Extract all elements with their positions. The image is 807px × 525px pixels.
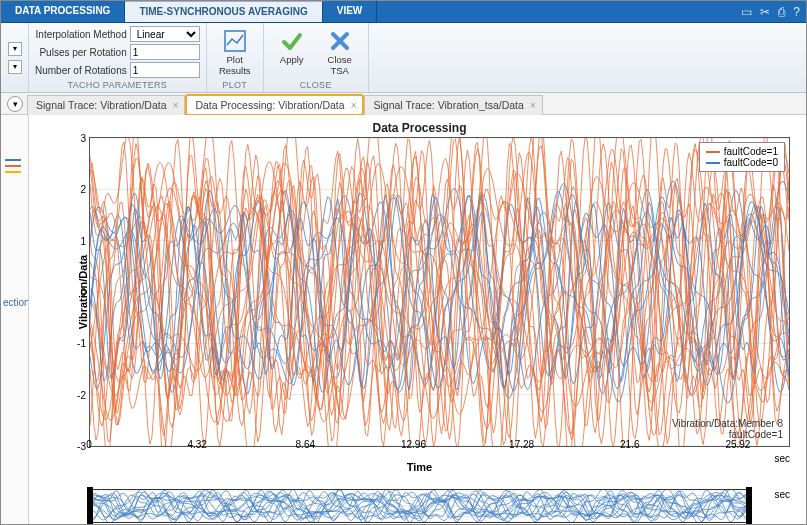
tacho-group-label: TACHO PARAMETERS [35,79,200,92]
plot-results-icon [223,29,247,53]
apply-button[interactable]: Apply [270,26,314,68]
legend-swatch-icon [706,151,720,153]
document-tabs: ▾ Signal Trace: Vibration/Data× Data Pro… [1,93,806,115]
quick-access: ▾ ▾ [1,23,29,92]
chart-lines [90,138,789,446]
plot-panel: Data Processing Vibration/Data -3-2-1012… [37,117,802,522]
quick-dropdown-2[interactable]: ▾ [8,60,22,74]
doctab-signal-trace-vibration-tsa[interactable]: Signal Trace: Vibration_tsa/Data× [364,95,542,115]
show-tabs-button[interactable]: ▾ [7,96,23,112]
main-area: ection Data Processing Vibration/Data -3… [1,115,806,524]
plot-group: Plot Results PLOT [207,23,264,92]
interp-method-label: Interpolation Method [35,29,127,40]
legend-item: faultCode=0 [724,157,778,168]
collapse-icon[interactable]: ▭ [741,5,752,19]
close-label: Close TSA [328,54,352,76]
rotations-label: Number of Rotations [35,65,127,76]
print-icon[interactable]: ⎙ [778,5,785,19]
close-group: Apply Close TSA CLOSE [264,23,369,92]
legend[interactable]: faultCode=1 faultCode=0 [699,142,785,172]
close-group-label: CLOSE [270,79,362,92]
window-buttons: ▭ ✂ ⎙ ? [741,1,806,22]
check-icon [280,29,304,53]
tab-close-icon[interactable]: × [530,100,536,111]
x-ticks: 04.328.6412.9617.2821.625.92 [89,439,790,453]
quick-dropdown-1[interactable]: ▾ [8,42,22,56]
chart-axes[interactable]: Vibration/Data -3-2-10123 faultCode=1 fa… [89,137,790,447]
y-ticks: -3-2-10123 [64,138,88,446]
doctab-label: Signal Trace: Vibration/Data [36,99,167,111]
cut-icon[interactable]: ✂ [760,5,770,19]
ribbon-tab-view[interactable]: VIEW [323,1,378,22]
tacho-parameters-group: Interpolation Method Linear Pulses per R… [29,23,207,92]
tab-close-icon[interactable]: × [173,100,179,111]
interp-method-select[interactable]: Linear [130,26,200,42]
doctab-signal-trace-vibration[interactable]: Signal Trace: Vibration/Data× [27,95,185,115]
ribbon-tabs: DATA PROCESSING TIME-SYNCHRONOUS AVERAGI… [1,1,806,23]
doctab-label: Signal Trace: Vibration_tsa/Data [373,99,523,111]
doctab-label: Data Processing: Vibration/Data [195,99,344,111]
overview-lines [90,490,749,522]
pulses-label: Pulses per Rotation [35,47,127,58]
help-icon[interactable]: ? [793,5,800,19]
overview-handle-right[interactable] [746,487,752,524]
chart-title: Data Processing [37,121,802,135]
doctab-data-processing-vibration[interactable]: Data Processing: Vibration/Data× [186,95,363,115]
x-axis-label: Time [37,461,802,473]
pulses-input[interactable] [130,44,200,60]
chart-annotation: Vibration/Data:Member 8 faultCode=1 [672,418,783,440]
close-icon [328,29,352,53]
toolstrip: ▾ ▾ Interpolation Method Linear Pulses p… [1,23,806,93]
overview-strip[interactable] [89,489,750,523]
overview-handle-left[interactable] [87,487,93,524]
plot-group-label: PLOT [213,79,257,92]
rotations-input[interactable] [130,62,200,78]
x-unit-label: sec [774,453,790,464]
ribbon-tab-data-processing[interactable]: DATA PROCESSING [1,1,125,22]
overview-unit: sec [774,489,790,500]
sidebar-sliver: ection [1,115,29,524]
tab-close-icon[interactable]: × [351,100,357,111]
plot-results-label: Plot Results [219,54,251,76]
legend-swatch-icon [706,162,720,164]
plot-results-button[interactable]: Plot Results [213,26,257,79]
apply-label: Apply [280,54,304,65]
ribbon-tab-tsa[interactable]: TIME-SYNCHRONOUS AVERAGING [125,1,322,22]
sidebar-text-fragment: ection [1,297,28,308]
close-tsa-button[interactable]: Close TSA [318,26,362,79]
legend-item: faultCode=1 [724,146,778,157]
